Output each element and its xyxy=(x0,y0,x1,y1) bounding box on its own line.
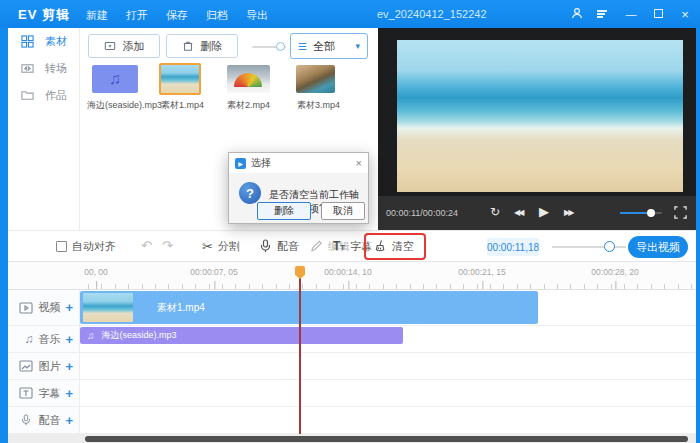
ruler-label: 00:00:07, 05 xyxy=(190,262,237,289)
redo-icon[interactable]: ↷ xyxy=(162,238,173,253)
subtitle-button[interactable]: TT 字幕 xyxy=(333,231,372,261)
subtitle-T-icon: TT xyxy=(333,239,345,253)
ruler-label: 00:00:14, 10 xyxy=(324,262,371,289)
timeline-ruler[interactable]: 00, 00 00:00:07, 05 00:00:14, 10 00:00:2… xyxy=(8,262,696,290)
scrollbar-thumb[interactable] xyxy=(85,436,688,442)
dialog-cancel-button[interactable]: 取消 xyxy=(321,202,365,220)
menu-save[interactable]: 保存 xyxy=(166,8,188,23)
sidebar-item-material[interactable]: 素材 xyxy=(8,28,79,55)
subtitle-track-icon xyxy=(19,387,33,399)
slider-knob[interactable] xyxy=(276,42,285,51)
question-icon: ? xyxy=(239,182,261,204)
library-item-video3[interactable] xyxy=(296,65,335,93)
video-lane[interactable]: 素材1.mp4 xyxy=(80,290,696,325)
auto-align-toggle[interactable]: 自动对齐 xyxy=(56,231,116,261)
add-track-button[interactable]: + xyxy=(65,300,73,315)
menu-open[interactable]: 打开 xyxy=(126,8,148,23)
folder-icon xyxy=(21,89,34,102)
checkbox-icon[interactable] xyxy=(56,241,67,252)
ruler-label: 00, 00 xyxy=(84,262,108,289)
window-buttons: — × xyxy=(570,0,692,28)
add-track-button[interactable]: + xyxy=(65,359,73,374)
mic-track-icon xyxy=(19,414,33,426)
play-icon[interactable]: ▶ xyxy=(539,204,549,219)
track-label: 字幕 xyxy=(38,386,60,401)
menu-export[interactable]: 导出 xyxy=(246,8,268,23)
dub-button[interactable]: 配音 xyxy=(259,231,299,261)
add-material-button[interactable]: 添加 xyxy=(88,34,160,58)
track-row-dub: 配音 + xyxy=(8,407,696,434)
thumbnail-size-slider[interactable] xyxy=(252,46,286,48)
confirm-dialog: ▶ 选择 × ? 是否清空当前工作轴上的所有项? 删除 取消 xyxy=(228,152,369,224)
fullscreen-icon[interactable] xyxy=(674,205,687,223)
ruler-label: 00:00:21, 15 xyxy=(458,262,505,289)
minimize-button[interactable]: — xyxy=(624,8,638,20)
export-video-button[interactable]: 导出视频 xyxy=(628,236,688,258)
restart-icon[interactable]: ↻ xyxy=(490,205,500,219)
clip-name: 素材1.mp4 xyxy=(157,301,205,315)
user-icon[interactable] xyxy=(570,7,584,21)
video-frame[interactable] xyxy=(397,40,683,192)
volume-knob[interactable] xyxy=(647,209,655,217)
image-track-icon xyxy=(19,360,33,372)
add-track-button[interactable]: + xyxy=(65,413,73,428)
dub-lane[interactable] xyxy=(80,407,696,433)
pencil-icon xyxy=(310,239,323,253)
broom-icon xyxy=(374,239,387,253)
zoom-knob[interactable] xyxy=(604,241,615,252)
music-note-icon: ♫ xyxy=(109,70,121,88)
dialog-close-icon[interactable]: × xyxy=(356,157,362,169)
title-bar: EV 剪辑 新建 打开 保存 归档 导出 ev_20240412_152242 … xyxy=(0,0,700,28)
library-item-audio[interactable]: ♫ xyxy=(92,65,138,93)
close-button[interactable]: × xyxy=(678,7,692,22)
library-item-name: 海边(seaside).mp3 xyxy=(87,99,162,112)
app-mini-icon: ▶ xyxy=(235,158,246,169)
undo-icon[interactable]: ↶ xyxy=(141,238,152,253)
timeline-zoom-slider[interactable] xyxy=(552,246,626,248)
window-left-edge xyxy=(0,28,8,443)
menu-lines-icon[interactable] xyxy=(597,9,611,20)
filter-dropdown[interactable]: ☰ 全部 ▾ xyxy=(290,33,368,59)
filter-value: 全部 xyxy=(313,39,335,54)
add-track-button[interactable]: + xyxy=(65,332,73,347)
current-timecode: 00:00:11,18 xyxy=(487,238,539,256)
image-lane[interactable] xyxy=(80,353,696,379)
subtitle-lane[interactable] xyxy=(80,380,696,406)
fast-forward-icon[interactable]: ▶▶ xyxy=(564,208,572,217)
library-item-video1[interactable] xyxy=(159,63,201,95)
music-lane[interactable]: ♫ 海边(seaside).mp3 xyxy=(80,326,696,352)
track-label: 音乐 xyxy=(38,332,60,347)
chevron-down-icon: ▾ xyxy=(355,41,360,51)
volume-slider[interactable] xyxy=(620,212,662,214)
clear-button[interactable]: 清空 xyxy=(374,231,414,261)
preview-timecode: 00:00:11/00:00:24 xyxy=(386,208,458,218)
clip-thumbnail xyxy=(83,293,133,322)
menu-new[interactable]: 新建 xyxy=(86,8,108,23)
split-button[interactable]: ✂ 分割 xyxy=(202,231,240,261)
timeline-clip-audio[interactable]: ♫ 海边(seaside).mp3 xyxy=(80,327,403,344)
timeline-clip-video[interactable]: 素材1.mp4 xyxy=(80,291,538,324)
window-right-edge xyxy=(696,28,700,443)
dialog-title: 选择 xyxy=(251,156,271,170)
playhead-line[interactable] xyxy=(299,272,301,434)
video-track-icon xyxy=(19,302,33,314)
folder-plus-icon xyxy=(104,40,116,52)
add-track-button[interactable]: + xyxy=(65,386,73,401)
maximize-button[interactable] xyxy=(651,8,665,20)
dialog-title-bar[interactable]: ▶ 选择 × xyxy=(229,153,368,173)
list-icon: ☰ xyxy=(298,41,307,52)
track-label: 视频 xyxy=(38,300,60,315)
delete-material-button[interactable]: 删除 xyxy=(166,34,238,58)
ev-editor-window: EV 剪辑 新建 打开 保存 归档 导出 ev_20240412_152242 … xyxy=(0,0,700,443)
dialog-delete-button[interactable]: 删除 xyxy=(257,202,311,220)
left-sidebar: 素材 转场 作品 xyxy=(8,28,80,230)
sidebar-item-transition[interactable]: 转场 xyxy=(8,55,79,82)
timeline-scrollbar[interactable] xyxy=(8,434,696,443)
library-item-name: 素材1.mp4 xyxy=(161,99,204,112)
rewind-icon[interactable]: ◀◀ xyxy=(514,208,522,217)
project-title: ev_20240412_152242 xyxy=(377,8,487,20)
sidebar-item-works[interactable]: 作品 xyxy=(8,82,79,109)
scissors-icon: ✂ xyxy=(202,239,213,254)
library-item-video2[interactable] xyxy=(227,65,270,93)
menu-archive[interactable]: 归档 xyxy=(206,8,228,23)
